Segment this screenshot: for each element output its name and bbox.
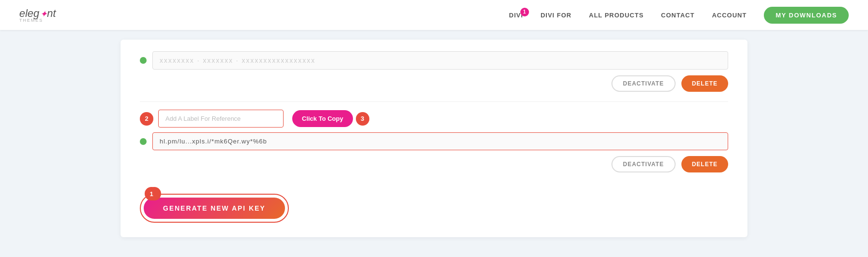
api-key-row-2 <box>140 132 728 150</box>
api-key-input-1[interactable] <box>152 51 728 70</box>
delete-button-1[interactable]: DELETE <box>681 75 728 92</box>
nav-item-account[interactable]: ACCOUNT <box>712 12 746 19</box>
nav-item-divi-for[interactable]: DIVI FOR <box>541 12 571 19</box>
header: eleg✦nt themes DIVI 1 DIVI FOR ALL PRODU… <box>0 0 868 30</box>
divi-badge: 1 <box>520 8 529 16</box>
api-key-row-1 <box>140 51 728 70</box>
api-key-input-2[interactable] <box>152 132 728 150</box>
step-1-badge: 1 <box>145 187 158 200</box>
api-keys-card: DEACTIVATE DELETE 2 Click To Copy 3 DEAC… <box>121 40 747 237</box>
action-buttons-2: DEACTIVATE DELETE <box>140 156 728 172</box>
action-buttons-1: DEACTIVATE DELETE <box>140 75 728 92</box>
generate-api-key-button[interactable]: GENERATE NEW API KEY <box>144 198 285 219</box>
generate-section: 1 GENERATE NEW API KEY <box>140 194 289 223</box>
step-2-badge: 2 <box>140 112 153 126</box>
divider-1 <box>140 101 728 102</box>
delete-button-2[interactable]: DELETE <box>681 156 728 172</box>
status-dot-1 <box>140 57 147 64</box>
nav-item-divi[interactable]: DIVI 1 <box>509 12 523 19</box>
click-to-copy-button[interactable]: Click To Copy <box>292 110 353 127</box>
my-downloads-button[interactable]: MY DOWNLOADS <box>764 7 849 24</box>
nav-item-contact[interactable]: CONTACT <box>661 12 695 19</box>
main-content: DEACTIVATE DELETE 2 Click To Copy 3 DEAC… <box>0 30 868 247</box>
label-input[interactable] <box>158 110 284 128</box>
main-nav: DIVI 1 DIVI FOR ALL PRODUCTS CONTACT ACC… <box>509 7 849 24</box>
label-row: 2 Click To Copy 3 <box>140 110 728 128</box>
deactivate-button-2[interactable]: DEACTIVATE <box>611 156 676 172</box>
logo-star-icon: ✦ <box>40 9 47 19</box>
step-3-badge: 3 <box>356 112 369 126</box>
copy-section: Click To Copy 3 <box>288 110 369 127</box>
nav-item-all-products[interactable]: ALL PRODUCTS <box>589 12 644 19</box>
logo: eleg✦nt themes <box>19 7 56 23</box>
generate-outline-box: GENERATE NEW API KEY <box>140 194 289 223</box>
status-dot-2 <box>140 138 147 145</box>
deactivate-button-1[interactable]: DEACTIVATE <box>611 75 676 92</box>
